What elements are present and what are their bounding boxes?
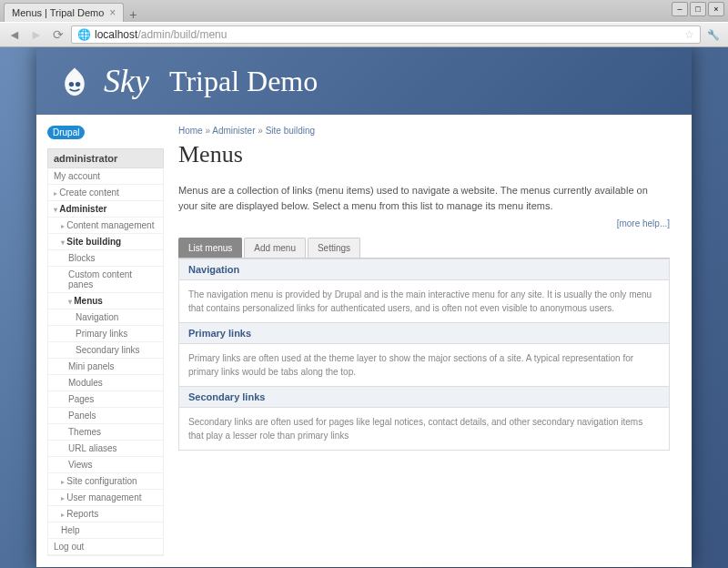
reload-button[interactable]: ⟳ [49, 25, 67, 44]
menu-secondary-link[interactable]: Secondary links [188, 391, 265, 402]
sidebar-navigation[interactable]: Navigation [48, 309, 163, 326]
main-content: Home » Administer » Site building Menus … [164, 115, 692, 567]
sidebar-block-title: administrator [47, 148, 164, 168]
menu-list-block: Navigation The navigation menu is provid… [178, 259, 670, 451]
menu-primary-desc: Primary links are often used at the them… [179, 344, 669, 386]
window-maximize[interactable]: □ [690, 2, 706, 16]
primary-tabs: List menus Add menu Settings [178, 238, 670, 259]
menu-navigation-link[interactable]: Navigation [188, 264, 239, 275]
back-button[interactable]: ◄ [5, 25, 24, 44]
globe-icon: 🌐 [77, 28, 91, 41]
sidebar-views[interactable]: Views [48, 457, 163, 473]
bookmark-icon[interactable]: ☆ [684, 28, 694, 41]
tab-list-menus[interactable]: List menus [178, 238, 242, 258]
window-minimize[interactable]: – [672, 2, 688, 16]
sidebar-site-building[interactable]: Site building [48, 234, 163, 250]
tab-close-icon[interactable]: × [109, 6, 116, 19]
menu-primary-link[interactable]: Primary links [188, 328, 251, 339]
drupal-badge[interactable]: Drupal [47, 126, 85, 139]
tab-title: Menus | Tripal Demo [12, 7, 104, 18]
sidebar-content-mgmt[interactable]: Content management [48, 218, 163, 234]
new-tab-button[interactable]: + [124, 7, 142, 22]
site-name[interactable]: Sky [104, 62, 149, 100]
help-text: Menus are a collection of links (menu it… [178, 183, 670, 213]
logo-icon [58, 65, 91, 97]
tab-bar: Menus | Tripal Demo × + [0, 0, 728, 22]
breadcrumb-sep: » [205, 126, 210, 136]
more-help-link[interactable]: [more help...] [617, 218, 670, 228]
sidebar-panels[interactable]: Panels [48, 408, 163, 424]
sidebar-create-content[interactable]: Create content [48, 185, 163, 201]
window-close[interactable]: × [708, 2, 724, 16]
sidebar-pages[interactable]: Pages [48, 391, 163, 408]
menu-secondary-desc: Secondary links are often used for pages… [179, 408, 669, 450]
breadcrumb-sep: » [258, 126, 263, 136]
sidebar-modules[interactable]: Modules [48, 375, 163, 391]
breadcrumb-site-building[interactable]: Site building [266, 126, 315, 136]
sidebar-primary-links[interactable]: Primary links [48, 326, 163, 342]
site-header: Sky Tripal Demo [36, 47, 692, 115]
sidebar-administer[interactable]: Administer [48, 201, 163, 218]
sidebar: Drupal administrator My account Create c… [36, 115, 164, 567]
url-host: localhost [95, 28, 137, 41]
tab-add-menu[interactable]: Add menu [244, 238, 306, 258]
tab-settings[interactable]: Settings [308, 238, 360, 258]
sidebar-log-out[interactable]: Log out [48, 539, 163, 555]
url-path: /admin/build/menu [137, 28, 227, 41]
sidebar-my-account[interactable]: My account [48, 168, 163, 185]
sidebar-mini-panels[interactable]: Mini panels [48, 359, 163, 375]
sidebar-themes[interactable]: Themes [48, 424, 163, 441]
breadcrumb-administer[interactable]: Administer [212, 126, 255, 136]
settings-icon[interactable]: 🔧 [704, 25, 723, 44]
sidebar-blocks[interactable]: Blocks [48, 250, 163, 267]
browser-toolbar: ◄ ► ⟳ 🌐 localhost/admin/build/menu ☆ 🔧 [0, 22, 728, 46]
page-title: Menus [178, 141, 670, 168]
forward-button[interactable]: ► [27, 25, 46, 44]
sidebar-reports[interactable]: Reports [48, 506, 163, 522]
menu-navigation-desc: The navigation menu is provided by Drupa… [179, 280, 669, 322]
breadcrumb: Home » Administer » Site building [178, 126, 670, 136]
sidebar-url-aliases[interactable]: URL aliases [48, 441, 163, 457]
site-slogan: Tripal Demo [169, 65, 318, 98]
sidebar-secondary-links[interactable]: Secondary links [48, 342, 163, 359]
breadcrumb-home[interactable]: Home [178, 126, 203, 136]
svg-point-1 [76, 82, 80, 86]
sidebar-custom-panes[interactable]: Custom content panes [48, 267, 163, 293]
sidebar-menu: My account Create content Administer Con… [47, 168, 164, 556]
sidebar-menus[interactable]: Menus [48, 293, 163, 309]
sidebar-user-mgmt[interactable]: User management [48, 490, 163, 506]
svg-point-0 [69, 82, 74, 86]
browser-tab[interactable]: Menus | Tripal Demo × [4, 3, 124, 22]
url-bar[interactable]: 🌐 localhost/admin/build/menu ☆ [71, 25, 701, 44]
sidebar-site-config[interactable]: Site configuration [48, 473, 163, 490]
sidebar-help[interactable]: Help [48, 522, 163, 539]
